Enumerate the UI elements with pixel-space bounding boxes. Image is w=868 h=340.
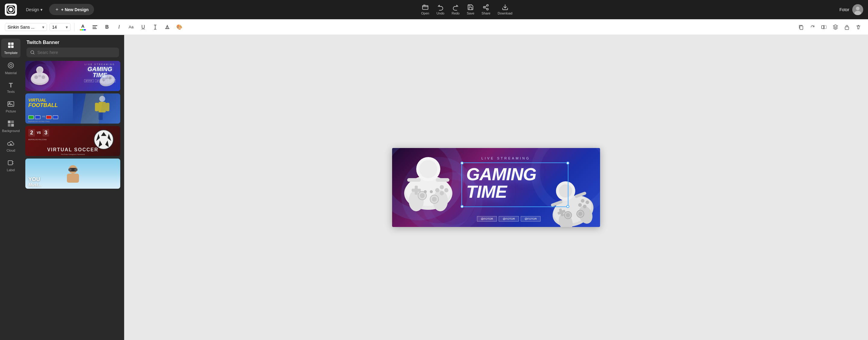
svg-point-38	[31, 72, 48, 83]
svg-point-8	[856, 7, 860, 10]
logo-icon	[5, 4, 17, 16]
sidebar-label-template: Template	[4, 51, 18, 55]
svg-rect-53	[95, 103, 98, 111]
redo-action[interactable]: Redo	[452, 4, 459, 15]
main-layout: Template Material T Texts Picture Backgr…	[0, 35, 868, 340]
copy-button[interactable]	[796, 22, 806, 32]
svg-point-72	[440, 185, 444, 189]
font-chevron-icon: ▾	[42, 25, 44, 30]
sidebar-label-picture: Picture	[6, 110, 16, 113]
font-selector[interactable]: Sinkin Sans ... ▾	[5, 23, 47, 31]
template-card-gaming[interactable]: LIVE STREAMING GAMING TIME @FOTOR @FOTOR…	[25, 61, 120, 91]
svg-rect-71	[415, 186, 418, 195]
delete-button[interactable]	[854, 22, 863, 32]
underline-icon: U	[141, 24, 145, 30]
sidebar-label-texts: Texts	[7, 90, 15, 93]
sidebar-item-label[interactable]: Label	[1, 156, 21, 175]
svg-point-77	[420, 193, 425, 198]
paint-icon: 🎨	[176, 24, 182, 30]
save-icon	[467, 4, 474, 10]
sidebar-label-label: Label	[7, 168, 15, 172]
share-action[interactable]: Share	[482, 4, 490, 15]
rotate-icon	[810, 24, 815, 30]
chevron-down-icon: ▾	[40, 7, 42, 12]
svg-rect-52	[100, 113, 103, 120]
layers-button[interactable]	[831, 22, 840, 32]
panel-header: Twitch Banner	[22, 35, 124, 48]
sidebar-item-cloud[interactable]: Cloud	[1, 137, 21, 155]
text-color-icon: A	[82, 24, 85, 29]
svg-point-39	[34, 75, 38, 79]
svg-rect-63	[68, 168, 71, 171]
svg-rect-41	[38, 75, 41, 77]
tmpl-live-streaming: LIVE STREAMING	[84, 63, 116, 65]
template-card-football[interactable]: VIRTUAL FOOTBALL VS BUFFALOS VS FALCONS	[25, 93, 120, 124]
redo-icon	[453, 4, 459, 10]
svg-rect-35	[8, 161, 12, 165]
svg-point-27	[8, 63, 13, 68]
svg-point-28	[10, 64, 12, 67]
paint-color-button[interactable]: 🎨	[175, 22, 184, 32]
save-action[interactable]: Save	[467, 4, 474, 15]
lock-button[interactable]	[842, 22, 852, 32]
text-color-button[interactable]: A	[78, 22, 88, 32]
italic-button[interactable]: I	[114, 22, 124, 32]
flip-button[interactable]	[819, 22, 829, 32]
svg-point-4	[487, 4, 489, 6]
open-action[interactable]: Open	[421, 4, 429, 15]
svg-point-74	[435, 188, 439, 192]
nav-right: Fotor	[839, 4, 863, 15]
font-size-selector[interactable]: 14 ▾	[50, 23, 70, 31]
search-input[interactable]	[37, 50, 116, 55]
vr-person-icon	[61, 163, 85, 187]
svg-point-73	[444, 188, 448, 192]
avatar[interactable]	[852, 4, 863, 15]
sidebar-item-background[interactable]: Background	[1, 117, 21, 136]
svg-point-49	[99, 96, 105, 102]
template-card-soccer[interactable]: 2 VS 3 BUFFALOS FALCONS VIRTUAL SOCCER Y…	[25, 126, 120, 156]
background-icon	[7, 120, 14, 128]
footer-badge-1: @FOTOR	[477, 216, 497, 221]
material-icon	[7, 62, 14, 70]
font-case-icon: Aa	[129, 25, 133, 29]
svg-rect-85	[436, 178, 450, 182]
sidebar-item-material[interactable]: Material	[1, 59, 21, 78]
canvas-area[interactable]: LIVE STREAMING GAMING TIME @FOTOR @FOTOR…	[124, 35, 868, 340]
rotate-button[interactable]	[808, 22, 817, 32]
sidebar-item-picture[interactable]: Picture	[1, 98, 21, 116]
new-design-button[interactable]: ＋ + New Design	[49, 4, 94, 15]
design-dropdown[interactable]: Design ▾	[23, 5, 45, 14]
svg-point-75	[440, 191, 444, 195]
sidebar-label-background: Background	[2, 129, 20, 133]
undo-action[interactable]: Undo	[436, 4, 444, 15]
svg-point-6	[487, 8, 489, 10]
bold-button[interactable]: B	[102, 22, 112, 32]
controller-left-thumb	[28, 64, 52, 88]
svg-rect-50	[98, 102, 106, 113]
font-case-button[interactable]: Aa	[126, 22, 136, 32]
template-card-youmust[interactable]: YOU Must...	[25, 159, 120, 189]
controller-right	[543, 176, 597, 227]
controller-left	[398, 151, 458, 217]
spacing-button[interactable]	[150, 22, 160, 32]
search-icon	[30, 50, 35, 55]
toolbar-divider-1	[74, 23, 74, 31]
sidebar-item-template[interactable]: Template	[1, 38, 21, 58]
svg-rect-12	[93, 28, 97, 29]
underline-button[interactable]: U	[138, 22, 148, 32]
svg-point-5	[484, 6, 485, 8]
sidebar-item-texts[interactable]: T Texts	[1, 79, 21, 96]
svg-point-79	[432, 197, 437, 202]
cloud-icon	[7, 140, 14, 147]
picture-icon	[7, 101, 14, 108]
text-effects-button[interactable]	[162, 22, 172, 32]
tmpl-soccer-title: VIRTUAL SOCCER	[25, 147, 120, 153]
italic-icon: I	[119, 24, 120, 30]
align-button[interactable]	[90, 22, 100, 32]
download-action[interactable]: Download	[498, 4, 513, 15]
canvas-banner[interactable]: LIVE STREAMING GAMING TIME @FOTOR @FOTOR…	[392, 148, 600, 227]
svg-point-40	[41, 75, 45, 79]
search-bar[interactable]	[27, 48, 119, 57]
footer-badge-2: @FOTOR	[499, 216, 519, 221]
player-icon	[90, 95, 111, 122]
